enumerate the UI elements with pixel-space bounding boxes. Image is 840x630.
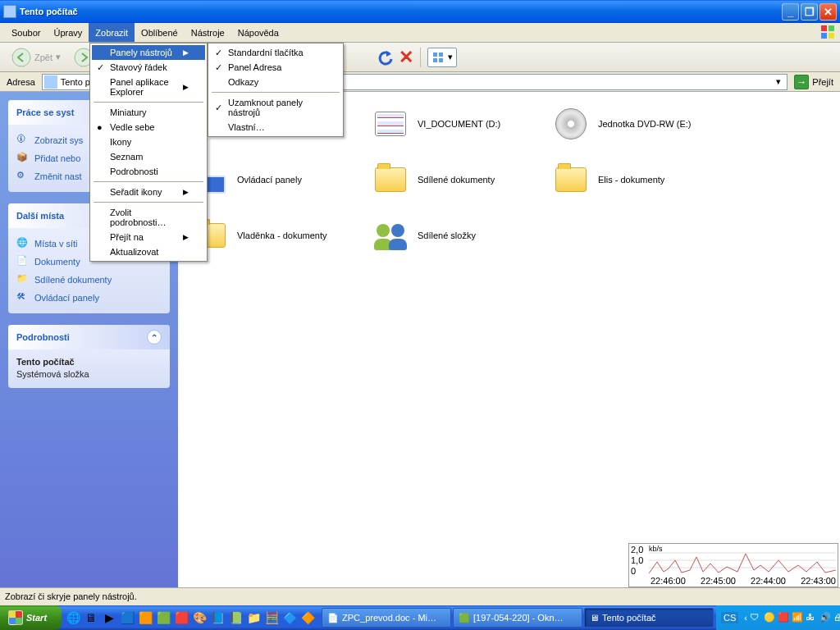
tray-icon[interactable]: 📶: [792, 612, 803, 623]
delete-icon[interactable]: ✕: [399, 47, 413, 68]
quick-launch: 🌐 🖥 ▶ 🟦 🟧 🟩 🟥 🎨 📘 📗 📁 🧮 🔷 🔶: [62, 605, 319, 630]
menubar: Soubor Úpravy Zobrazit Oblíbené Nástroje…: [0, 23, 840, 43]
ql-app2-icon[interactable]: 🟧: [137, 609, 153, 627]
back-button[interactable]: Zpět ▾: [7, 46, 66, 69]
maximize-button[interactable]: ❐: [801, 3, 818, 21]
folder-icon: 📁: [16, 273, 30, 286]
menu-item[interactable]: Seznam: [92, 149, 205, 164]
menu-item[interactable]: Miniatury: [92, 105, 205, 120]
ql-word-icon[interactable]: 📘: [209, 609, 226, 627]
submenu-item[interactable]: ✓Standardní tlačítka: [210, 45, 341, 60]
task-icon: 🖥: [590, 613, 599, 623]
disk-icon: [373, 107, 408, 141]
menu-item[interactable]: Panel aplikace Explorer▶: [92, 75, 205, 99]
tray-icon[interactable]: 🟡: [764, 612, 775, 623]
computer-icon: [44, 75, 57, 89]
fs-item[interactable]: Vladěnka - dokumenty: [193, 218, 373, 253]
ql-folder-icon[interactable]: 📁: [245, 609, 262, 627]
fs-item[interactable]: Sdílené složky: [373, 218, 554, 253]
folder-hand-icon: [373, 162, 408, 197]
tray-icon[interactable]: 🔊: [819, 612, 831, 623]
ql-app6-icon[interactable]: 🔶: [299, 609, 316, 627]
titlebar: Tento počítač _ ❐ ✕: [0, 0, 840, 23]
ql-app4-icon[interactable]: 🟥: [173, 609, 189, 627]
menu-item[interactable]: Ikony: [92, 135, 205, 149]
menu-item[interactable]: Panely nástrojů▶: [92, 45, 205, 60]
windows-logo-icon: [8, 610, 23, 625]
item-label: VI_DOCUMENT (D:): [418, 119, 500, 129]
item-label: Jednotka DVD-RW (E:): [598, 119, 692, 129]
minimize-button[interactable]: _: [782, 3, 799, 21]
submenu-item[interactable]: Odkazy: [210, 75, 341, 89]
taskbar-task[interactable]: 📄ZPC_prevod.doc - Mi…: [322, 608, 451, 628]
tray-icon[interactable]: 🖧: [806, 612, 817, 623]
place-control-panel[interactable]: 🛠Ovládací panely: [16, 289, 162, 307]
menu-item[interactable]: ●Vedle sebe: [92, 120, 205, 135]
language-indicator[interactable]: CS: [721, 612, 738, 623]
menu-file[interactable]: Soubor: [5, 23, 47, 42]
menu-item[interactable]: Seřadit ikony▶: [92, 185, 205, 199]
svg-rect-8: [433, 58, 437, 62]
people-icon: [373, 218, 408, 253]
start-button[interactable]: Start: [0, 605, 62, 630]
place-shared-docs[interactable]: 📁Sdílené dokumenty: [16, 271, 162, 289]
network-icon: 🌐: [16, 237, 30, 250]
address-label: Adresa: [3, 77, 39, 87]
collapse-icon[interactable]: ⌃: [147, 330, 162, 345]
task-icon: 🟩: [459, 613, 470, 623]
taskbar-task[interactable]: 🖥Tento počítač: [584, 608, 714, 628]
network-monitor: 2,0 1,0 0 kb/s 22:46:0022:45:0022:44:002…: [628, 543, 838, 587]
submenu-item[interactable]: ✓Panel Adresa: [210, 60, 341, 75]
fs-item[interactable]: VI_DOCUMENT (D:): [373, 107, 554, 141]
system-tray: CS ‹ 🛡 🟡 🟥 📶 🖧 🔊 🖨 🖥 📊 22:46: [716, 605, 840, 630]
fs-item[interactable]: Sdílené dokumenty: [373, 162, 554, 197]
fs-item[interactable]: Jednotka DVD-RW (E:): [554, 107, 734, 141]
menu-item[interactable]: Zvolit podrobnosti…: [92, 205, 205, 230]
tray-icon[interactable]: 🛡: [750, 612, 761, 623]
submenu-item[interactable]: Vlastní…: [210, 120, 341, 135]
addremove-icon: 📦: [16, 152, 30, 165]
go-button[interactable]: → Přejít: [791, 75, 837, 89]
ql-app3-icon[interactable]: 🟩: [155, 609, 171, 627]
close-button[interactable]: ✕: [819, 3, 837, 21]
ql-excel-icon[interactable]: 📗: [227, 609, 244, 627]
menu-item[interactable]: Aktualizovat: [92, 244, 205, 259]
statusbar-text: Zobrazí či skryje panely nástrojů.: [5, 591, 137, 601]
undo-icon[interactable]: [376, 48, 395, 67]
content-area[interactable]: VI_DOCUMENT (D:)Jednotka DVD-RW (E:)Ovlá…: [178, 92, 840, 587]
menu-item[interactable]: ✓Stavový řádek: [92, 60, 205, 75]
ql-paint-icon[interactable]: 🎨: [191, 609, 208, 627]
task-icon: 📄: [327, 613, 339, 623]
menu-favorites[interactable]: Oblíbené: [135, 23, 185, 42]
fs-item[interactable]: Elis - dokumenty: [554, 162, 734, 197]
menu-item[interactable]: Podrobnosti: [92, 164, 205, 179]
ql-app-icon[interactable]: 🟦: [119, 609, 135, 627]
fs-item[interactable]: Ovládací panely: [193, 162, 373, 197]
tray-expand-icon[interactable]: ‹: [744, 613, 747, 623]
ql-player-icon[interactable]: ▶: [101, 609, 117, 627]
address-dropdown-icon[interactable]: ▾: [772, 76, 785, 87]
toolbars-submenu: ✓Standardní tlačítka✓Panel AdresaOdkazy✓…: [208, 43, 344, 137]
folder-icon: [554, 162, 588, 197]
svg-rect-9: [439, 58, 443, 62]
svg-rect-7: [439, 52, 443, 57]
gear-icon: ⚙: [16, 170, 30, 183]
network-graph: [649, 546, 836, 575]
ql-calc-icon[interactable]: 🧮: [263, 609, 280, 627]
submenu-item[interactable]: ✓Uzamknout panely nástrojů: [210, 95, 341, 120]
menu-help[interactable]: Nápověda: [231, 23, 285, 42]
tray-icon[interactable]: 🟥: [778, 612, 789, 623]
views-button[interactable]: ▾: [427, 48, 457, 67]
menu-item[interactable]: Přejít na▶: [92, 230, 205, 244]
menu-view[interactable]: Zobrazit: [89, 23, 135, 42]
xp-logo-icon: [820, 25, 837, 39]
menu-edit[interactable]: Úpravy: [47, 23, 89, 42]
ql-ie-icon[interactable]: 🌐: [65, 609, 81, 627]
menu-tools[interactable]: Nástroje: [185, 23, 231, 42]
item-label: Ovládací panely: [237, 175, 302, 185]
go-arrow-icon: →: [794, 75, 809, 89]
tray-icon[interactable]: 🖨: [833, 612, 840, 623]
taskbar-task[interactable]: 🟩[197-054-220] - Okn…: [453, 608, 582, 628]
ql-app5-icon[interactable]: 🔷: [281, 609, 298, 627]
ql-desktop-icon[interactable]: 🖥: [83, 609, 99, 627]
